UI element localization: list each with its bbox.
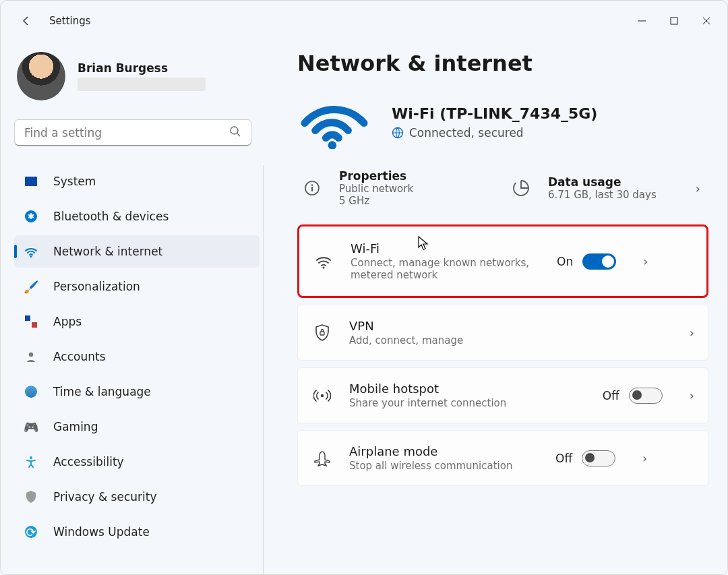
- data-usage-title: Data usage: [548, 175, 684, 189]
- search-box[interactable]: [14, 119, 251, 146]
- sidebar-item-network[interactable]: Network & internet: [14, 235, 260, 268]
- hotspot-card-sub: Share your internet connection: [349, 397, 585, 409]
- svg-point-12: [323, 266, 325, 268]
- avatar: [17, 52, 65, 100]
- hotspot-toggle[interactable]: [629, 388, 663, 404]
- sidebar-item-label: Apps: [53, 315, 82, 328]
- sidebar-item-label: Accessibility: [53, 455, 124, 468]
- window-maximize-button[interactable]: [659, 7, 690, 34]
- gamepad-icon: 🎮: [24, 419, 38, 434]
- sidebar-item-personalization[interactable]: 🖌️ Personalization: [14, 270, 260, 303]
- wifi-toggle-label: On: [557, 255, 573, 268]
- airplane-card-sub: Stop all wireless communication: [349, 460, 538, 472]
- back-button[interactable]: [17, 11, 36, 30]
- sidebar-item-label: Gaming: [53, 420, 98, 433]
- apps-icon: [24, 314, 38, 329]
- svg-point-5: [29, 353, 33, 357]
- profile-name: Brian Burgess: [78, 61, 206, 75]
- svg-point-4: [30, 255, 32, 258]
- airplane-mode-card[interactable]: Airplane mode Stop all wireless communic…: [297, 430, 708, 486]
- vpn-settings-card[interactable]: VPN Add, connect, manage ›: [297, 305, 708, 361]
- hotspot-card-title: Mobile hotspot: [349, 382, 585, 396]
- window-close-button[interactable]: [691, 7, 722, 34]
- wifi-settings-card[interactable]: Wi-Fi Connect, manage known networks, me…: [297, 224, 708, 298]
- wifi-card-title: Wi-Fi: [351, 241, 539, 255]
- svg-point-2: [231, 127, 238, 134]
- sidebar-item-privacy[interactable]: Privacy & security: [14, 481, 260, 513]
- settings-window: Settings Brian Burgess: [0, 0, 728, 575]
- network-status: Connected, secured: [409, 126, 524, 140]
- chevron-right-icon: ›: [642, 451, 647, 465]
- sidebar-item-windows-update[interactable]: ⟳ Windows Update: [14, 516, 260, 548]
- bluetooth-icon: ✱: [24, 209, 38, 224]
- sidebar-item-label: Personalization: [53, 280, 140, 293]
- network-name: Wi-Fi (TP-LINK_7434_5G): [392, 105, 597, 122]
- network-hero: Wi-Fi (TP-LINK_7434_5G) Connected, secur…: [297, 95, 708, 149]
- vpn-shield-icon: [313, 324, 332, 342]
- wifi-toggle[interactable]: [582, 253, 616, 270]
- wifi-card-sub: Connect, manage known networks, metered …: [351, 257, 539, 281]
- sidebar-item-gaming[interactable]: 🎮 Gaming: [14, 411, 260, 443]
- airplane-card-title: Airplane mode: [349, 444, 538, 458]
- globe-icon: [392, 127, 404, 139]
- system-icon: [24, 174, 38, 189]
- vpn-card-sub: Add, connect, manage: [349, 334, 672, 346]
- nav: System ✱ Bluetooth & devices Network & i…: [14, 165, 264, 574]
- data-usage-line1: 6.71 GB, last 30 days: [548, 189, 684, 201]
- svg-point-10: [311, 184, 313, 185]
- sidebar-item-label: Windows Update: [53, 525, 150, 539]
- refresh-icon: ⟳: [24, 524, 38, 539]
- svg-rect-1: [671, 18, 677, 24]
- svg-line-3: [237, 133, 240, 136]
- sidebar-item-accounts[interactable]: Accounts: [14, 340, 260, 373]
- window-minimize-button[interactable]: [626, 7, 657, 34]
- svg-rect-13: [320, 332, 324, 335]
- profile-email-redacted: [78, 78, 206, 91]
- mobile-hotspot-card[interactable]: Mobile hotspot Share your internet conne…: [297, 367, 708, 423]
- person-icon: [24, 349, 38, 364]
- paintbrush-icon: 🖌️: [24, 279, 38, 294]
- info-icon: [297, 173, 327, 203]
- chevron-right-icon: ›: [690, 388, 694, 402]
- app-title: Settings: [49, 15, 626, 27]
- accessibility-icon: [24, 454, 38, 469]
- sidebar-item-time-language[interactable]: Time & language: [14, 375, 260, 408]
- shield-icon: [24, 489, 38, 504]
- properties-card[interactable]: Properties Public network 5 GHz: [297, 168, 499, 208]
- svg-point-14: [321, 394, 324, 396]
- airplane-icon: [313, 449, 332, 468]
- sidebar-item-system[interactable]: System: [14, 165, 260, 198]
- page-title: Network & internet: [297, 51, 708, 76]
- properties-line1: Public network: [339, 183, 413, 195]
- search-icon: [229, 125, 241, 140]
- hotspot-toggle-label: Off: [603, 389, 619, 402]
- sidebar-item-label: Time & language: [53, 385, 151, 398]
- search-input[interactable]: [24, 126, 229, 140]
- wifi-icon: [24, 244, 38, 259]
- wifi-hero-icon: [297, 95, 371, 149]
- sidebar: Brian Burgess System ✱ Bluetooth: [1, 41, 268, 574]
- svg-point-7: [328, 141, 337, 149]
- wifi-icon: [314, 252, 333, 271]
- profile[interactable]: Brian Burgess: [14, 52, 264, 100]
- properties-title: Properties: [339, 169, 413, 183]
- svg-point-6: [30, 456, 32, 459]
- airplane-toggle[interactable]: [582, 450, 615, 466]
- hotspot-icon: [313, 386, 332, 405]
- sidebar-item-label: Bluetooth & devices: [53, 210, 169, 223]
- properties-line2: 5 GHz: [339, 195, 413, 207]
- airplane-toggle-label: Off: [555, 452, 572, 465]
- titlebar: Settings: [1, 1, 727, 41]
- sidebar-item-label: System: [53, 175, 96, 188]
- sidebar-item-label: Network & internet: [53, 245, 162, 258]
- svg-rect-11: [311, 187, 313, 191]
- sidebar-item-apps[interactable]: Apps: [14, 305, 260, 338]
- chevron-right-icon: ›: [643, 254, 648, 268]
- chevron-right-icon: ›: [690, 326, 694, 340]
- chevron-right-icon: ›: [696, 181, 700, 195]
- main-content: Network & internet Wi-Fi (TP-LINK_7434_5…: [268, 41, 727, 574]
- sidebar-item-accessibility[interactable]: Accessibility: [14, 446, 260, 478]
- sidebar-item-bluetooth[interactable]: ✱ Bluetooth & devices: [14, 200, 260, 233]
- sidebar-item-label: Privacy & security: [53, 490, 157, 504]
- data-usage-card[interactable]: Data usage 6.71 GB, last 30 days ›: [506, 168, 708, 208]
